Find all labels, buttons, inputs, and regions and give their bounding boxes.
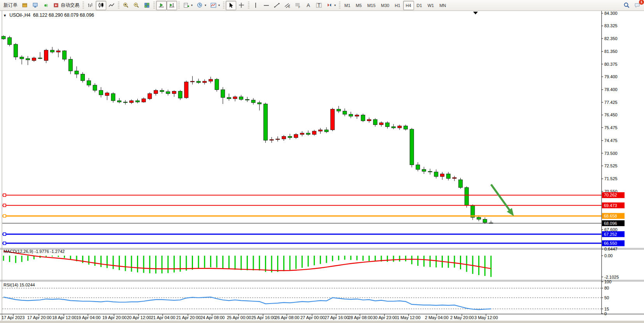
zoomout-glyph <box>133 2 140 9</box>
toolbar-separator <box>178 2 180 9</box>
clock-glyph <box>197 2 203 9</box>
candle <box>227 97 231 98</box>
signals-icon[interactable] <box>40 1 51 10</box>
price-tick-label: 74.475 <box>604 138 618 143</box>
auto-trading-button[interactable]: 自动交易 <box>51 1 81 10</box>
candle <box>68 59 72 71</box>
line-handle[interactable] <box>3 214 6 217</box>
line-handle[interactable] <box>3 233 6 235</box>
linechart-glyph <box>108 2 115 9</box>
candle <box>398 126 402 128</box>
chart-menu-arrow-icon[interactable]: ▼ <box>3 14 7 18</box>
time-tick-label: 28 Apr 08:00 <box>348 315 372 320</box>
trendline-button[interactable] <box>272 1 282 10</box>
vertical-line-button[interactable] <box>251 1 261 10</box>
zoom-in-button[interactable] <box>121 1 131 10</box>
candle <box>118 101 121 102</box>
candle <box>270 140 274 140</box>
bar-chart-button[interactable] <box>85 1 96 10</box>
timeframe-w1-button[interactable]: W1 <box>425 1 437 10</box>
text-button[interactable]: A <box>303 1 314 10</box>
new-order-button[interactable]: 新订单 <box>2 1 19 10</box>
rsi-tick-label: 50 <box>604 295 609 300</box>
candle <box>404 126 408 129</box>
timeframe-m1-button[interactable]: M1 <box>342 1 353 10</box>
candle <box>440 174 444 177</box>
text-label-button[interactable]: T <box>314 1 324 10</box>
timeframe-mn-button[interactable]: MN <box>437 1 449 10</box>
candle <box>38 58 42 59</box>
arrows-button[interactable]: ▾ <box>324 1 338 10</box>
search-glyph <box>623 2 630 9</box>
profiles-button[interactable]: ▾ <box>195 1 208 10</box>
timeframe-m30-button[interactable]: M30 <box>378 1 392 10</box>
candlestick-chart-button[interactable] <box>96 1 106 10</box>
candle <box>245 99 249 100</box>
templates-button[interactable]: ▾ <box>208 1 222 10</box>
candle <box>428 171 432 172</box>
toolbar-separator <box>248 2 249 9</box>
candle <box>87 81 91 85</box>
candle <box>56 51 60 52</box>
candle <box>197 81 200 83</box>
vline-glyph <box>253 2 259 9</box>
dropdown-caret-icon: ▾ <box>205 4 206 7</box>
terminal-icon[interactable] <box>30 1 40 10</box>
candle <box>318 130 322 131</box>
price-tick-label: 71.525 <box>604 176 618 181</box>
price-line-badge-label: 68.658 <box>604 214 617 218</box>
candle <box>251 100 255 103</box>
line-handle[interactable] <box>3 194 6 197</box>
timeframe-d1-button[interactable]: D1 <box>414 1 425 10</box>
candle <box>160 90 164 91</box>
candle <box>63 51 67 60</box>
price-line-badge-label: 68.096 <box>604 221 617 226</box>
zoom-out-button[interactable] <box>131 1 142 10</box>
candle <box>459 180 463 188</box>
time-tick-label: 1 May 12:00 <box>397 315 421 320</box>
toolbar-right-group: 1 <box>621 1 642 10</box>
auto-scroll-button[interactable] <box>156 1 167 10</box>
timeframe-m15-button[interactable]: M15 <box>365 1 378 10</box>
line-chart-button[interactable] <box>106 1 117 10</box>
price-line-badge-label: 70.262 <box>604 193 617 197</box>
horizontal-line-button[interactable] <box>261 1 272 10</box>
candle <box>386 123 390 126</box>
candle <box>312 131 316 134</box>
svg-text:T: T <box>318 3 321 8</box>
crosshair-button[interactable] <box>236 1 247 10</box>
candle <box>14 44 18 57</box>
candle <box>410 129 414 165</box>
history-center-icon[interactable] <box>19 1 30 10</box>
timeframe-h1-button[interactable]: H1 <box>392 1 403 10</box>
notifications-button[interactable]: 1 <box>632 1 642 10</box>
line-handle[interactable] <box>3 242 6 245</box>
time-tick-label: 25 Apr 16:00 <box>251 315 275 320</box>
hline-glyph <box>263 2 270 9</box>
cursor-button[interactable] <box>226 1 236 10</box>
price-line-badge-label: 69.473 <box>604 203 617 208</box>
candle <box>123 102 127 103</box>
equidistant-channel-button[interactable]: E <box>282 1 293 10</box>
new-chart-button[interactable]: ▾ <box>181 1 195 10</box>
chart-canvas: 84.30083.32582.35081.35080.37579.40078.4… <box>0 11 644 323</box>
candle <box>99 90 103 95</box>
line-handle[interactable] <box>3 204 6 207</box>
timeframe-m5-button[interactable]: M5 <box>353 1 364 10</box>
green-signal-glyph <box>42 2 49 9</box>
textT-glyph: T <box>316 2 322 9</box>
fibonacci-button[interactable]: F <box>293 1 303 10</box>
candle <box>166 91 170 93</box>
rsi-tick-label: 100 <box>604 279 611 284</box>
candle <box>349 114 353 116</box>
candle <box>288 136 292 137</box>
tile-windows-button[interactable] <box>142 1 152 10</box>
search-button[interactable] <box>621 1 632 10</box>
fibo-glyph: F <box>295 2 301 9</box>
time-tick-label: 30 Apr 23:00 <box>373 315 397 320</box>
candle <box>154 90 158 93</box>
candle <box>148 93 152 98</box>
timeframe-h4-button[interactable]: H4 <box>403 1 414 10</box>
chart-shift-button[interactable] <box>167 1 177 10</box>
shiftend-glyph <box>168 2 175 9</box>
